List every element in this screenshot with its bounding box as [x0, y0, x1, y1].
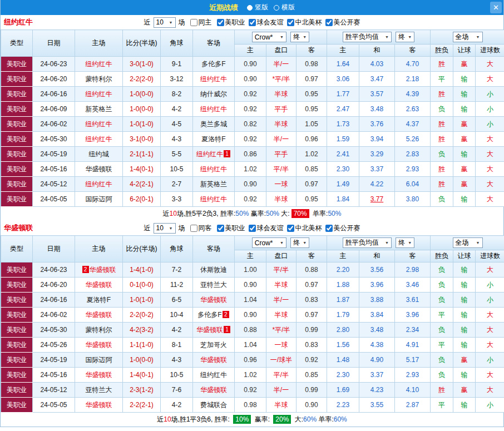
away-team[interactable]: 多伦多F	[193, 57, 235, 72]
league-checkbox[interactable]	[249, 19, 256, 26]
match-count-select[interactable]: 10 ▼	[154, 17, 176, 28]
home-team[interactable]: 纽约城	[75, 147, 123, 162]
home-team[interactable]: 纽约红牛	[75, 57, 123, 72]
score[interactable]: 2-2(2-0)	[123, 72, 161, 87]
score[interactable]: 0-1(0-0)	[123, 278, 161, 293]
home-team[interactable]: 纽约红牛	[75, 117, 123, 132]
league-checkbox[interactable]	[217, 19, 224, 26]
close-button[interactable]: ✕	[490, 2, 502, 13]
bookmaker-select[interactable]: Crow*▼	[252, 32, 286, 42]
league-filter[interactable]: 中北美杯	[287, 18, 322, 27]
avg-odds-select[interactable]: 胜平负均值▼	[343, 237, 392, 248]
euro-away-odds: 3.80	[395, 192, 431, 207]
league-filter[interactable]: 美公开赛	[325, 224, 360, 233]
home-team[interactable]: 华盛顿联	[75, 278, 123, 293]
home-team[interactable]: 华盛顿联	[75, 398, 123, 413]
home-team[interactable]: 华盛顿联	[75, 338, 123, 353]
score[interactable]: 2-2(0-2)	[123, 308, 161, 323]
away-team[interactable]: 华盛顿联	[193, 353, 235, 368]
home-team[interactable]: 国际迈阿	[75, 353, 123, 368]
score[interactable]: 2-2(2-1)	[123, 398, 161, 413]
away-team[interactable]: 华盛顿联	[193, 383, 235, 398]
euro-draw-odds: 3.57	[359, 87, 395, 102]
away-team[interactable]: 奥兰多城	[193, 117, 235, 132]
score[interactable]: 1-4(0-1)	[123, 162, 161, 177]
away-team[interactable]: 费城联合	[193, 398, 235, 413]
final-odds-select[interactable]: 终▼	[290, 237, 309, 248]
league-checkbox[interactable]	[287, 19, 294, 26]
league-filter[interactable]: 中北美杯	[287, 224, 322, 233]
home-team[interactable]: 蒙特利尔	[75, 72, 123, 87]
league-checkbox[interactable]	[217, 225, 224, 232]
home-team[interactable]: 新英格兰	[75, 102, 123, 117]
home-team[interactable]: 蒙特利尔	[75, 323, 123, 338]
league-checkbox[interactable]	[249, 225, 256, 232]
home-team[interactable]: 华盛顿联	[75, 368, 123, 383]
score[interactable]: 2-1(1-1)	[123, 147, 161, 162]
score[interactable]: 1-0(1-0)	[123, 117, 161, 132]
league-filter[interactable]: 美职业	[217, 18, 245, 27]
away-team[interactable]: 多伦多F2	[193, 308, 235, 323]
same-venue-filter[interactable]: 同客	[190, 224, 212, 233]
same-venue-filter[interactable]: 同主	[190, 18, 212, 27]
score[interactable]: 1-0(0-0)	[123, 87, 161, 102]
team-text: 亚特兰大	[200, 281, 227, 289]
away-team[interactable]: 纽约红牛1	[193, 147, 235, 162]
final-odds-select[interactable]: 终▼	[396, 237, 414, 248]
home-team[interactable]: 国际迈阿	[75, 192, 123, 207]
score[interactable]: 1-4(0-1)	[123, 368, 161, 383]
fulltime-select[interactable]: 全场▼	[453, 32, 483, 42]
score[interactable]: 1-0(0-0)	[123, 102, 161, 117]
match-count-select[interactable]: 10 ▼	[154, 223, 176, 234]
league-filter[interactable]: 美公开赛	[325, 18, 360, 27]
final-odds-select[interactable]: 终▼	[396, 32, 414, 42]
score[interactable]: 6-2(0-1)	[123, 192, 161, 207]
match-date: 24-05-16	[33, 368, 75, 383]
home-team[interactable]: 纽约红牛	[75, 177, 123, 192]
league-checkbox[interactable]	[325, 225, 333, 232]
fulltime-select[interactable]: 全场▼	[453, 237, 483, 248]
league-checkbox[interactable]	[287, 225, 294, 232]
score[interactable]: 3-1(0-0)	[123, 132, 161, 147]
away-team[interactable]: 新英格兰	[193, 177, 235, 192]
avg-odds-select[interactable]: 胜平负均值▼	[343, 32, 392, 42]
away-team[interactable]: 华盛顿联	[193, 293, 235, 308]
home-team[interactable]: 华盛顿联	[75, 308, 123, 323]
score[interactable]: 4-2(2-1)	[123, 177, 161, 192]
away-team[interactable]: 休斯敦迪	[193, 262, 235, 278]
away-team[interactable]: 华盛顿联1	[193, 323, 235, 338]
away-team[interactable]: 纽约红牛	[193, 72, 235, 87]
final-odds-select[interactable]: 终▼	[290, 32, 309, 42]
league-filter[interactable]: 球会友谊	[249, 18, 284, 27]
home-team[interactable]: 华盛顿联	[75, 162, 123, 177]
away-team[interactable]: 纽约红牛	[193, 162, 235, 177]
home-team[interactable]: 亚特兰大	[75, 383, 123, 398]
away-team[interactable]: 纽约红牛	[193, 192, 235, 207]
same-venue-checkbox[interactable]	[190, 19, 197, 26]
home-team[interactable]: 纽约红牛	[75, 87, 123, 102]
away-team[interactable]: 芝加哥火	[193, 338, 235, 353]
away-team[interactable]: 纽约红牛	[193, 368, 235, 383]
layout-radio-horizontal[interactable]: 横版	[274, 3, 295, 12]
league-type-cell: 美职业	[1, 353, 33, 368]
away-team[interactable]: 纽约红牛	[193, 102, 235, 117]
league-checkbox[interactable]	[325, 19, 333, 26]
score[interactable]: 1-1(1-0)	[123, 338, 161, 353]
score[interactable]: 1-4(1-0)	[123, 262, 161, 278]
score[interactable]: 4-2(3-2)	[123, 323, 161, 338]
away-team[interactable]: 纳什威尔	[193, 87, 235, 102]
league-filter[interactable]: 球会友谊	[249, 224, 284, 233]
score[interactable]: 1-0(1-0)	[123, 293, 161, 308]
away-team[interactable]: 夏洛特F	[193, 132, 235, 147]
home-team[interactable]: 2华盛顿联	[75, 262, 123, 278]
away-team[interactable]: 亚特兰大	[193, 278, 235, 293]
league-filter[interactable]: 美职业	[217, 224, 245, 233]
layout-radio-vertical[interactable]: 竖版	[247, 3, 268, 12]
home-team[interactable]: 纽约红牛	[75, 132, 123, 147]
home-team[interactable]: 夏洛特F	[75, 293, 123, 308]
score[interactable]: 1-0(0-0)	[123, 353, 161, 368]
bookmaker-select[interactable]: Crow*▼	[252, 237, 286, 248]
score[interactable]: 3-0(1-0)	[123, 57, 161, 72]
score[interactable]: 2-3(1-2)	[123, 383, 161, 398]
same-venue-checkbox[interactable]	[190, 225, 197, 232]
